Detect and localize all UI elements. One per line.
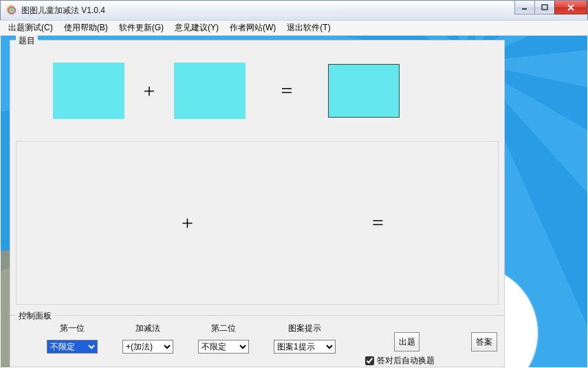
label-operand2: 第二位 [211, 323, 236, 334]
menu-website[interactable]: 作者网站(W) [224, 21, 281, 35]
select-operand2[interactable]: 不限定 [198, 340, 249, 354]
svg-rect-1 [542, 5, 547, 10]
make-question-button[interactable]: 出题 [394, 332, 420, 351]
auto-next-checkbox[interactable] [365, 356, 374, 365]
answer-button-label: 答案 [476, 336, 492, 348]
select-operation[interactable]: +(加法) [122, 340, 173, 354]
row2-operator-plus: + [182, 211, 193, 235]
col-operand1: 第一位 不限定 [47, 323, 98, 354]
window-title: 图图儿童加减法 V1.0.4 [21, 5, 105, 17]
menu-update[interactable]: 软件更新(G) [113, 21, 169, 35]
menu-help[interactable]: 使用帮助(B) [58, 21, 113, 35]
minimize-button[interactable] [514, 1, 535, 14]
label-operation: 加减法 [135, 323, 160, 334]
app-icon [6, 5, 17, 16]
control-panel: 控制面板 第一位 不限定 加减法 +(加法) 第二位 不限定 图案提示 图案1提… [10, 315, 505, 367]
col-operation: 加减法 +(加法) [122, 323, 173, 354]
question-panel-legend: 题目 [16, 35, 38, 47]
operator-plus: + [124, 79, 174, 102]
select-hint[interactable]: 图案1提示 [274, 340, 336, 354]
menu-exit[interactable]: 退出软件(T) [281, 21, 336, 35]
window-controls [515, 1, 587, 14]
select-operand1[interactable]: 不限定 [47, 340, 98, 354]
answer-box[interactable] [328, 64, 400, 118]
menu-test[interactable]: 出题测试(C) [3, 21, 58, 35]
auto-next-label: 答对后自动换题 [377, 355, 435, 367]
make-question-label: 出题 [399, 336, 415, 348]
close-button[interactable] [554, 1, 587, 14]
col-hint: 图案提示 图案1提示 [274, 323, 336, 354]
operand-2-box [174, 63, 246, 119]
question-panel: 题目 + = + = [10, 40, 505, 316]
operator-equals: = [246, 79, 328, 102]
answer-button[interactable]: 答案 [471, 332, 497, 351]
row2-operator-equals: = [372, 211, 384, 235]
auto-next-row[interactable]: 答对后自动换题 [365, 355, 435, 367]
label-operand1: 第一位 [60, 323, 85, 334]
question-row-2: + = [16, 141, 499, 305]
operand-1-box [53, 63, 124, 119]
maximize-button[interactable] [534, 1, 555, 14]
menubar: 出题测试(C) 使用帮助(B) 软件更新(G) 意见建议(Y) 作者网站(W) … [0, 21, 588, 36]
control-panel-legend: 控制面板 [16, 310, 54, 322]
question-row-1: + = [25, 53, 489, 129]
control-row: 第一位 不限定 加减法 +(加法) 第二位 不限定 图案提示 图案1提示 出 [17, 323, 497, 354]
menu-feedback[interactable]: 意见建议(Y) [169, 21, 224, 35]
titlebar: 图图儿童加减法 V1.0.4 [0, 0, 588, 21]
label-hint: 图案提示 [288, 323, 321, 334]
col-operand2: 第二位 不限定 [198, 323, 249, 354]
